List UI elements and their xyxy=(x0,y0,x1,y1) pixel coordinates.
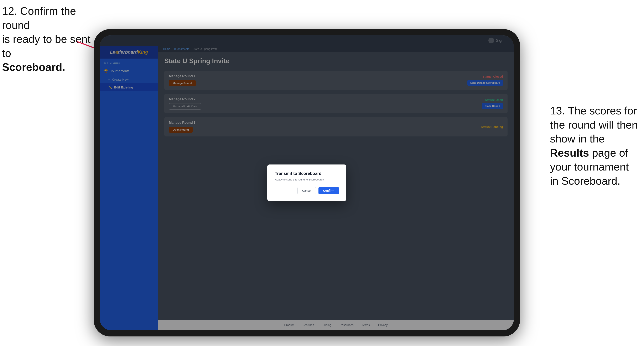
modal-buttons: Cancel Confirm xyxy=(275,187,339,194)
modal-subtitle: Ready to send this round to Scoreboard? xyxy=(275,178,339,181)
annotation-line2: is ready to be sent to xyxy=(2,33,90,59)
annotation-right: 13. The scores for the round will then s… xyxy=(550,104,638,188)
main-content: Home › Tournaments › State U Spring Invi… xyxy=(158,46,514,330)
app-layout: LeaderboardKing MAIN MENU 🏆 Tournaments … xyxy=(100,46,514,330)
annotation-right-line4rest: page of xyxy=(589,147,628,159)
annotation-right-line3: show in the xyxy=(550,133,605,145)
tablet-shell: Sign In LeaderboardKing MAIN MENU 🏆 Tour… xyxy=(94,29,520,337)
tablet-screen: Sign In LeaderboardKing MAIN MENU 🏆 Tour… xyxy=(100,35,514,330)
modal-confirm-button[interactable]: Confirm xyxy=(318,187,339,194)
annotation-line1: 12. Confirm the round xyxy=(2,5,76,31)
annotation-right-bold: Results xyxy=(550,147,589,159)
annotation-line3: Scoreboard. xyxy=(2,61,65,73)
annotation-right-line5: your tournament xyxy=(550,161,629,173)
modal-title: Transmit to Scoreboard xyxy=(275,171,339,176)
annotation-top: 12. Confirm the round is ready to be sen… xyxy=(2,4,102,74)
annotation-right-line1: 13. The scores for xyxy=(550,105,637,117)
modal-overlay: Transmit to Scoreboard Ready to send thi… xyxy=(158,46,514,330)
modal-cancel-button[interactable]: Cancel xyxy=(298,187,316,194)
annotation-right-line6: in Scoreboard. xyxy=(550,175,620,187)
modal-box: Transmit to Scoreboard Ready to send thi… xyxy=(267,165,346,201)
annotation-right-line2: the round will then xyxy=(550,119,638,131)
